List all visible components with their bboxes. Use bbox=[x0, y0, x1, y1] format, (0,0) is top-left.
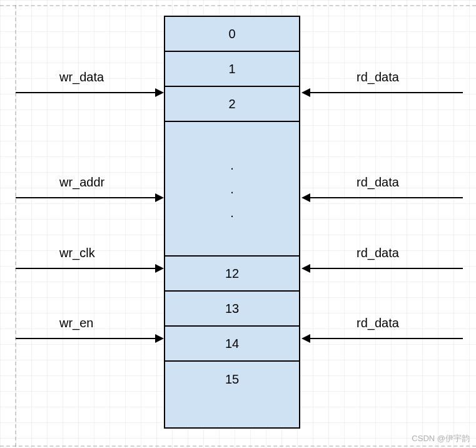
wr-clk-label: wr_clk bbox=[59, 246, 95, 260]
rd-data-arrowhead-1 bbox=[301, 88, 310, 97]
ellipsis-dot: . bbox=[230, 159, 234, 171]
rd-data-arrow-line-4 bbox=[310, 338, 463, 339]
ellipsis-dot: . bbox=[230, 183, 234, 195]
rd-data-arrowhead-2 bbox=[301, 193, 310, 202]
rd-data-arrow-line-3 bbox=[310, 268, 463, 269]
memory-block: 0 1 2 . . . 12 13 14 15 bbox=[164, 16, 300, 429]
watermark: CSDN @伊宇韵 bbox=[412, 433, 470, 444]
wr-data-label: wr_data bbox=[59, 70, 104, 84]
wr-data-arrowhead bbox=[155, 88, 164, 97]
rd-data-arrow-line-2 bbox=[310, 197, 463, 198]
ellipsis-dot: . bbox=[230, 206, 234, 219]
memory-cell-0: 0 bbox=[165, 17, 299, 52]
rd-data-arrowhead-4 bbox=[301, 334, 310, 343]
rd-data-label-4: rd_data bbox=[357, 316, 399, 330]
wr-en-label: wr_en bbox=[59, 316, 93, 330]
outer-frame-left bbox=[15, 5, 16, 447]
wr-en-arrow-line bbox=[16, 338, 155, 339]
wr-addr-label: wr_addr bbox=[59, 175, 104, 190]
rd-data-label-2: rd_data bbox=[357, 175, 399, 190]
memory-cell-2: 2 bbox=[165, 87, 299, 122]
memory-cell-15: 15 bbox=[165, 362, 299, 397]
memory-ellipsis: . . . bbox=[165, 122, 299, 257]
wr-data-arrow-line bbox=[16, 92, 155, 93]
rd-data-label-1: rd_data bbox=[357, 70, 399, 84]
memory-cell-14: 14 bbox=[165, 327, 299, 362]
memory-cell-13: 13 bbox=[165, 292, 299, 327]
rd-data-arrow-line-1 bbox=[310, 92, 463, 93]
wr-en-arrowhead bbox=[155, 334, 164, 343]
rd-data-label-3: rd_data bbox=[357, 246, 399, 260]
wr-addr-arrow-line bbox=[16, 197, 155, 198]
wr-clk-arrowhead bbox=[155, 264, 164, 273]
wr-clk-arrow-line bbox=[16, 268, 155, 269]
memory-cell-1: 1 bbox=[165, 52, 299, 87]
wr-addr-arrowhead bbox=[155, 193, 164, 202]
rd-data-arrowhead-3 bbox=[301, 264, 310, 273]
memory-cell-12: 12 bbox=[165, 257, 299, 292]
